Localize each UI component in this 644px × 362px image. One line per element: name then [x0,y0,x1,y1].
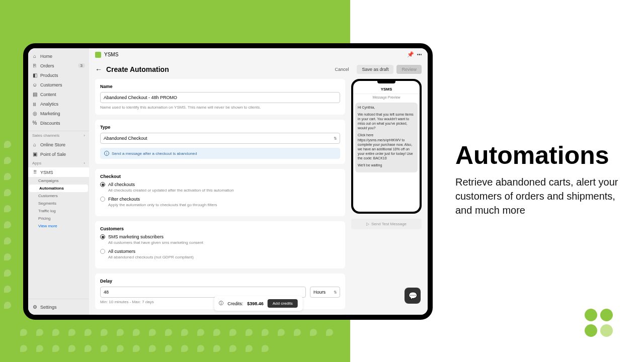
radio-icon [100,249,105,254]
nav-marketing[interactable]: ◎Marketing [28,109,89,118]
back-arrow-icon[interactable]: ← [95,65,102,73]
credits-bar: ⓘ Credits: $398.46 Add credits [214,296,303,311]
phone-title: YSMS [353,85,420,94]
name-card: Name Name used to identify this automati… [95,79,345,115]
nav-campaigns[interactable]: Campaigns [28,177,89,185]
review-button[interactable]: Review [396,65,422,74]
nav-label: Discounts [40,121,60,126]
message-card: Message [95,314,345,315]
nav-products[interactable]: ◧Products [28,70,89,80]
nav-discounts[interactable]: %Discounts [28,118,89,128]
info-icon: i [104,151,109,156]
radio-icon [100,234,105,239]
chevron-updown-icon: ⇅ [334,136,337,141]
name-label: Name [100,84,340,89]
msg-p1: We noticed that you left some items in y… [358,112,415,130]
marketing-icon: ◎ [32,111,37,116]
credits-label: Credits: [227,301,243,306]
home-icon: ⌂ [32,53,37,59]
phone-preview: YSMS Message Preview Hi Cynthia, We noti… [351,79,422,214]
store-icon: ⌂ [32,142,37,147]
sidebar: ⌂Home ⎘Orders3 ◧Products ☺Customers ▤Con… [28,48,89,315]
nav-ysms[interactable]: ⠿YSMS [28,167,89,177]
radio-label: All customers [108,249,135,254]
main-area: YSMS 📌 ← Create Automation Cancel Save a… [89,48,428,315]
nav-label: YSMS [40,170,53,175]
customers-subscribers-radio[interactable]: SMS marketing subscribers [100,234,340,239]
delay-label: Delay [100,279,340,284]
apps-header[interactable]: Apps› [28,159,89,167]
nav-customers-sub[interactable]: Customers [28,192,89,200]
type-label: Type [100,125,340,130]
nav-settings[interactable]: ⚙Settings [28,302,89,312]
add-credits-button[interactable]: Add credits [268,299,298,308]
checkout-all-radio[interactable]: All checkouts [100,182,340,187]
type-card: Type ⇅ i Send a message after a checkout… [95,120,345,164]
settings-icon: ⚙ [32,304,37,310]
radio-desc: Apply the automation only to checkouts t… [108,203,340,207]
nav-orders[interactable]: ⎘Orders3 [28,61,89,70]
nav-traffic-log[interactable]: Traffic log [28,207,89,215]
checkout-card: Checkout All checkouts All checkouts cre… [95,169,345,216]
brand-icon [585,309,597,321]
save-draft-button[interactable]: Save as draft [357,65,393,74]
marketing-title: Automations [455,141,609,170]
chevron-right-icon: › [84,133,85,138]
msg-p3: We'll be waiting [358,163,415,167]
pos-icon: ▣ [32,151,37,157]
content-icon: ▤ [32,92,37,97]
nav-home[interactable]: ⌂Home [28,51,89,61]
brand-icons [585,309,613,337]
customers-all-radio[interactable]: All customers [100,249,340,254]
radio-label: All checkouts [108,182,135,187]
name-input[interactable] [100,92,340,103]
nav-online-store[interactable]: ⌂Online Store [28,140,89,149]
nav-label: Customers [40,82,62,87]
name-hint: Name used to identify this automation on… [100,105,340,110]
app-name: YSMS [104,52,118,57]
more-icon[interactable] [417,54,422,55]
radio-label: Filter checkouts [108,197,140,202]
page-header: ← Create Automation Cancel Save as draft… [95,65,422,74]
credits-amount: $398.46 [247,301,264,306]
radio-desc: All checkouts created or updated after t… [108,188,340,193]
nav-customers[interactable]: ☺Customers [28,80,89,89]
customers-icon: ☺ [32,82,37,87]
customers-label: Customers [100,226,340,231]
nav-automations[interactable]: Automations [29,185,88,192]
checkout-label: Checkout [100,174,340,179]
nav-pos[interactable]: ▣Point of Sale [28,149,89,159]
radio-label: SMS marketing subscribers [108,234,164,239]
page-title: Create Automation [106,65,169,73]
pin-icon[interactable]: 📌 [407,51,414,58]
discounts-icon: % [32,120,37,126]
nav-content[interactable]: ▤Content [28,89,89,99]
app-logo-icon [95,52,101,58]
nav-analytics[interactable]: ⫼Analytics [28,99,89,109]
sales-channels-header[interactable]: Sales channels› [28,131,89,140]
marketing-description: Retrieve abandoned carts, alert your cus… [455,175,626,217]
orders-icon: ⎘ [32,63,37,68]
customers-card: Customers SMS marketing subscribers All … [95,221,345,268]
chat-fab[interactable]: 💬 [405,288,421,304]
analytics-icon: ⫼ [32,101,37,107]
banner-text: Send a message after a checkout is aband… [112,151,197,156]
content: ← Create Automation Cancel Save as draft… [89,61,428,315]
brand-icon [600,309,613,321]
nav-label: Marketing [40,111,60,116]
type-info-banner: i Send a message after a checkout is aba… [100,148,340,159]
cancel-button[interactable]: Cancel [330,65,354,74]
brand-icon [585,324,597,337]
send-test-button[interactable]: ▷ Send Test Message [351,219,422,229]
view-more-link[interactable]: View more [28,222,89,230]
info-icon: ⓘ [219,300,223,307]
topbar: YSMS 📌 [89,48,428,61]
radio-desc: All customers that have given sms market… [108,240,340,245]
type-select[interactable] [100,133,340,144]
checkout-filter-radio[interactable]: Filter checkouts [100,197,340,202]
chevron-right-icon: › [84,161,85,165]
nav-segments[interactable]: Segments [28,200,89,207]
nav-pricing[interactable]: Pricing [28,215,89,222]
radio-icon [100,182,105,187]
nav-label: Home [40,54,52,59]
